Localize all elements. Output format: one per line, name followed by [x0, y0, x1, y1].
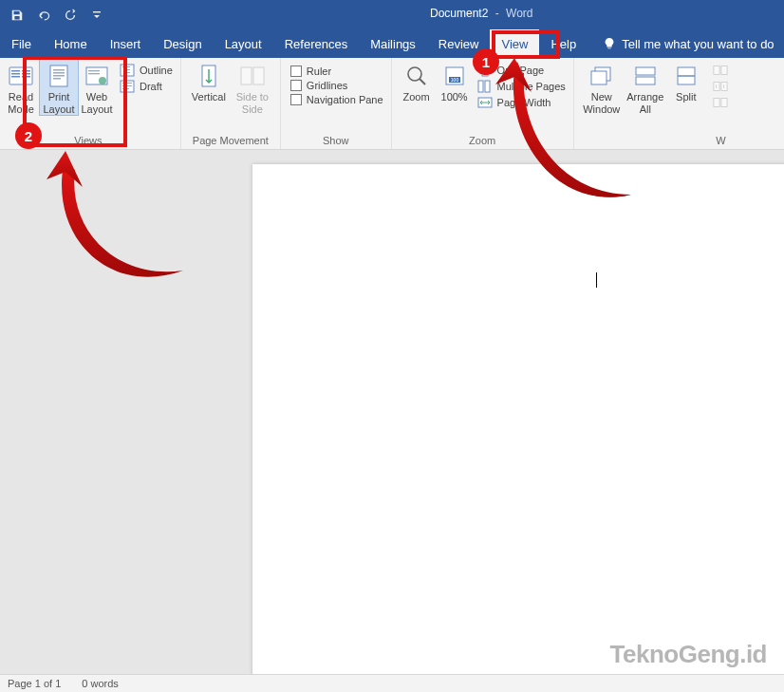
- undo-button[interactable]: [34, 6, 53, 25]
- document-name: Document2: [430, 7, 488, 20]
- status-bar: Page 1 of 1 0 words: [0, 674, 784, 692]
- svg-rect-34: [478, 81, 483, 92]
- multiple-pages-button[interactable]: Multiple Pages: [477, 80, 566, 93]
- svg-rect-33: [482, 65, 488, 76]
- zoom-100-icon: 100: [441, 64, 468, 88]
- multiple-pages-label: Multiple Pages: [497, 81, 566, 92]
- draft-label: Draft: [140, 81, 162, 92]
- multiple-pages-icon: [477, 80, 493, 93]
- svg-rect-20: [124, 72, 130, 73]
- arrange-all-button[interactable]: Arrange All: [624, 60, 667, 115]
- gridlines-checkbox[interactable]: Gridlines: [290, 80, 383, 91]
- page-indicator[interactable]: Page 1 of 1: [8, 678, 61, 689]
- tab-design[interactable]: Design: [152, 29, 213, 58]
- web-layout-label: Web Layout: [80, 91, 114, 115]
- zoom-100-button[interactable]: 100 100%: [436, 60, 474, 103]
- view-side-by-side-button[interactable]: [713, 64, 728, 77]
- svg-rect-22: [122, 83, 132, 84]
- svg-rect-16: [88, 73, 100, 74]
- group-zoom: Zoom 100 100% One Page: [392, 58, 574, 149]
- svg-rect-4: [11, 76, 20, 78]
- arrange-all-icon: [632, 64, 659, 88]
- one-page-button[interactable]: One Page: [477, 64, 566, 77]
- tab-insert[interactable]: Insert: [99, 29, 153, 58]
- outline-icon: [120, 64, 135, 77]
- sync-scroll-button[interactable]: [713, 80, 728, 93]
- ruler-checkbox[interactable]: Ruler: [290, 65, 383, 77]
- title-separator: -: [495, 7, 499, 20]
- document-area[interactable]: [0, 150, 784, 674]
- zoom-button[interactable]: Zoom: [398, 60, 436, 103]
- save-button[interactable]: [8, 6, 27, 25]
- tab-help[interactable]: Help: [539, 29, 588, 58]
- page-width-icon: [477, 96, 493, 109]
- tab-file[interactable]: File: [0, 29, 43, 58]
- document-page[interactable]: [252, 164, 784, 674]
- one-page-icon: [477, 64, 493, 77]
- zoom-icon: [403, 64, 430, 88]
- side-to-side-icon: [239, 64, 266, 88]
- split-label: Split: [676, 91, 696, 103]
- tab-references[interactable]: References: [273, 29, 359, 58]
- svg-rect-18: [122, 66, 130, 67]
- text-cursor: [596, 272, 597, 288]
- ribbon: Read Mode Print Layout Web Layout: [0, 58, 784, 150]
- svg-rect-44: [721, 66, 727, 75]
- tell-me-label: Tell me what you want to do: [622, 37, 774, 51]
- group-window: New Window Arrange All Split: [574, 58, 736, 149]
- svg-rect-35: [485, 81, 490, 92]
- print-layout-label: Print Layout: [42, 91, 76, 115]
- zoom-100-label: 100%: [441, 91, 468, 103]
- svg-rect-9: [53, 69, 65, 71]
- tab-view[interactable]: View: [490, 29, 539, 58]
- tab-home[interactable]: Home: [43, 29, 99, 58]
- tell-me-search[interactable]: Tell me what you want to do: [593, 29, 783, 58]
- checkbox-icon: [290, 80, 302, 91]
- svg-rect-11: [53, 75, 65, 77]
- gridlines-label: Gridlines: [307, 80, 347, 91]
- quick-access-toolbar: [0, 6, 106, 25]
- tab-review[interactable]: Review: [427, 29, 491, 58]
- svg-rect-7: [22, 76, 30, 78]
- new-window-label: New Window: [582, 91, 622, 115]
- svg-rect-2: [11, 70, 20, 72]
- vertical-button[interactable]: Vertical: [187, 60, 231, 103]
- reset-window-icon: [713, 96, 728, 109]
- side-to-side-button: Side to Side: [231, 60, 274, 115]
- group-page-movement: Vertical Side to Side Page Movement: [181, 58, 281, 149]
- title-bar: Document2 - Word: [0, 0, 784, 29]
- split-button[interactable]: Split: [667, 60, 705, 103]
- word-count[interactable]: 0 words: [82, 678, 119, 689]
- read-mode-button[interactable]: Read Mode: [2, 60, 40, 115]
- reset-window-button[interactable]: [713, 96, 728, 109]
- redo-button[interactable]: [61, 6, 80, 25]
- print-layout-button[interactable]: Print Layout: [40, 60, 78, 115]
- svg-point-28: [408, 67, 421, 81]
- svg-rect-6: [22, 73, 30, 75]
- split-icon: [673, 64, 700, 88]
- zoom-label: Zoom: [403, 91, 430, 103]
- web-layout-button[interactable]: Web Layout: [78, 60, 116, 115]
- tab-layout[interactable]: Layout: [214, 29, 273, 58]
- ruler-label: Ruler: [307, 65, 331, 77]
- svg-rect-3: [11, 73, 20, 75]
- one-page-label: One Page: [497, 65, 545, 76]
- svg-rect-10: [53, 72, 65, 74]
- svg-rect-12: [53, 78, 61, 80]
- read-mode-label: Read Mode: [4, 91, 38, 115]
- svg-point-14: [99, 77, 106, 84]
- svg-rect-27: [253, 67, 264, 84]
- qat-customize-button[interactable]: [87, 6, 106, 25]
- new-window-button[interactable]: New Window: [580, 60, 624, 115]
- sync-scroll-icon: [713, 80, 728, 93]
- tab-mailings[interactable]: Mailings: [359, 29, 427, 58]
- svg-rect-43: [714, 66, 719, 75]
- navigation-pane-checkbox[interactable]: Navigation Pane: [290, 94, 383, 105]
- svg-rect-38: [591, 71, 607, 84]
- draft-button[interactable]: Draft: [120, 80, 173, 93]
- navigation-pane-label: Navigation Pane: [307, 94, 383, 105]
- outline-button[interactable]: Outline: [120, 64, 173, 77]
- page-width-button[interactable]: Page Width: [477, 96, 566, 109]
- outline-label: Outline: [140, 65, 173, 76]
- views-group-label: Views: [2, 133, 175, 149]
